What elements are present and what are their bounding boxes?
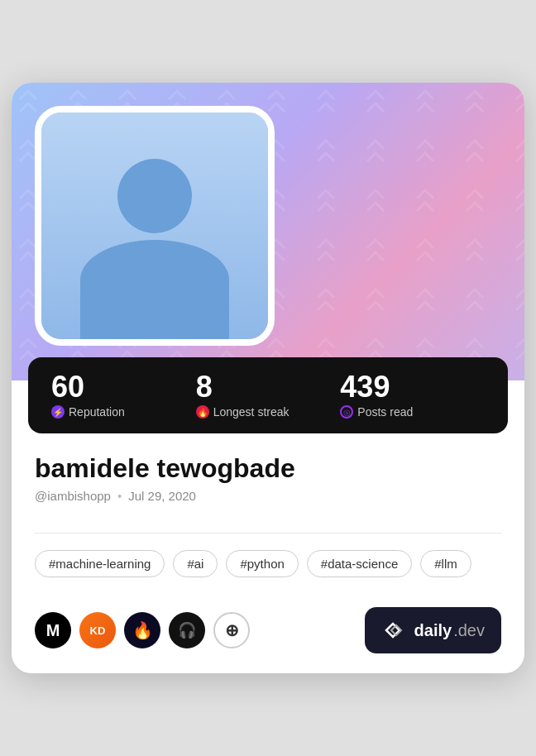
profile-date: Jul 29, 2020 — [128, 489, 196, 503]
stat-streak: 8 🔥 Longest streak — [196, 372, 341, 419]
posts-value: 439 — [340, 372, 485, 402]
stat-reputation: 60 ⚡ Reputation — [51, 372, 196, 419]
posts-icon: ◎ — [340, 405, 353, 419]
profile-handle: @iambishopp — [35, 489, 111, 503]
platform-icons: M KD 🔥 🎧 ⊕ — [35, 612, 250, 648]
brand-name-bold: daily — [414, 621, 452, 640]
posts-label: ◎ Posts read — [340, 405, 485, 419]
platform-medium[interactable]: M — [35, 612, 71, 648]
brand-badge: daily .dev — [365, 607, 501, 653]
profile-card: 60 ⚡ Reputation 8 🔥 Longest streak 439 ◎… — [12, 83, 524, 673]
profile-name: bamidele tewogbade — [35, 453, 501, 484]
stats-bar: 60 ⚡ Reputation 8 🔥 Longest streak 439 ◎… — [28, 357, 508, 433]
profile-section: bamidele tewogbade @iambishopp • Jul 29,… — [12, 433, 524, 516]
tag-python[interactable]: #python — [226, 550, 298, 577]
card-footer: M KD 🔥 🎧 ⊕ d — [12, 594, 524, 673]
profile-dot: • — [117, 489, 122, 503]
divider — [35, 533, 501, 534]
platform-headphone[interactable]: 🎧 — [169, 612, 205, 648]
brand-name-light: .dev — [453, 621, 485, 640]
profile-meta: @iambishopp • Jul 29, 2020 — [35, 489, 501, 503]
avatar-head — [117, 159, 192, 233]
hero-banner — [12, 83, 524, 380]
brand-text: daily .dev — [414, 621, 485, 640]
tag-llm[interactable]: #llm — [420, 550, 471, 577]
tag-ai[interactable]: #ai — [173, 550, 218, 577]
platform-fcc[interactable]: 🔥 — [124, 612, 160, 648]
tag-data-science[interactable]: #data-science — [307, 550, 412, 577]
reputation-icon: ⚡ — [51, 405, 65, 419]
tag-machine-learning[interactable]: #machine-learning — [35, 550, 165, 577]
streak-value: 8 — [196, 372, 341, 402]
daily-dev-logo-icon — [381, 617, 408, 644]
reputation-label: ⚡ Reputation — [51, 405, 196, 419]
streak-label: 🔥 Longest streak — [196, 405, 341, 419]
tags-section: #machine-learning #ai #python #data-scie… — [12, 550, 524, 594]
avatar — [35, 106, 275, 346]
streak-icon: 🔥 — [196, 405, 209, 419]
platform-crosshair[interactable]: ⊕ — [213, 612, 250, 648]
avatar-shoulders — [80, 240, 229, 339]
avatar-body — [41, 112, 268, 339]
stat-posts: 439 ◎ Posts read — [340, 372, 485, 419]
reputation-value: 60 — [51, 372, 196, 402]
platform-kd[interactable]: KD — [79, 612, 116, 648]
